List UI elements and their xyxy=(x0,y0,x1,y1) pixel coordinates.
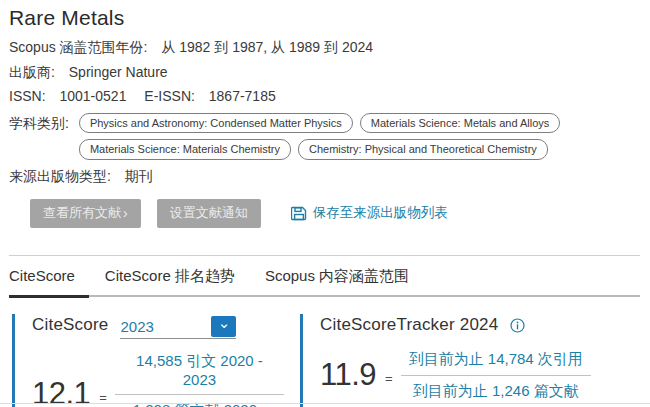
tracker-citation-count: 到目前为止 14,784 次引用 xyxy=(401,350,591,376)
view-all-documents-label: 查看所有文献 xyxy=(43,204,121,222)
document-count: 1,208 篇文献 2020 - 2023 xyxy=(115,395,284,407)
set-document-alert-button[interactable]: 设置文献通知 xyxy=(157,199,261,228)
tracker-value-row: 11.9 = 到目前为止 14,784 次引用 到目前为止 1,246 篇文献 xyxy=(320,350,640,401)
citescore-panel-header: CiteScore 2023 ⌄ xyxy=(32,315,284,339)
subjects-label: 学科类别: xyxy=(9,113,69,133)
citescore-value-row: 12.1 = 14,585 引文 2020 - 2023 1,208 篇文献 2… xyxy=(32,352,284,407)
publisher-label: 出版商: xyxy=(9,64,55,80)
tracker-title: CiteScoreTracker 2024 xyxy=(320,315,498,335)
source-type-label: 来源出版物类型: xyxy=(9,168,111,184)
tracker-value: 11.9 xyxy=(320,357,376,393)
citescore-title: CiteScore xyxy=(32,315,108,335)
publisher-line: 出版商: Springer Nature xyxy=(9,64,640,82)
action-bar: 查看所有文献 › 设置文献通知 保存至来源出版物列表 xyxy=(30,199,640,228)
source-type-line: 来源出版物类型: 期刊 xyxy=(9,168,640,186)
tab-citescore[interactable]: CiteScore xyxy=(9,267,75,295)
save-icon xyxy=(291,205,307,221)
issn-line: ISSN: 1001-0521 E-ISSN: 1867-7185 xyxy=(9,88,640,106)
citescore-year-select[interactable]: 2023 ⌄ xyxy=(120,316,236,339)
coverage-value: 从 1982 到 1987, 从 1989 到 2024 xyxy=(161,39,373,55)
eissn-label: E-ISSN: xyxy=(144,88,195,104)
save-to-source-list-label: 保存至来源出版物列表 xyxy=(313,204,448,222)
tab-scopus-content-coverage[interactable]: Scopus 内容涵盖范围 xyxy=(265,267,409,295)
page-title: Rare Metals xyxy=(9,6,640,30)
view-all-documents-button[interactable]: 查看所有文献 › xyxy=(30,199,141,228)
citation-count: 14,585 引文 2020 - 2023 xyxy=(115,352,284,395)
source-details-page: Rare Metals Scopus 涵盖范围年份: 从 1982 到 1987… xyxy=(0,0,650,407)
citescore-year-value: 2023 xyxy=(120,318,153,338)
subject-pill[interactable]: Chemistry: Physical and Theoretical Chem… xyxy=(298,139,548,160)
subject-pill-list: Physics and Astronomy: Condensed Matter … xyxy=(79,113,640,161)
coverage-label: Scopus 涵盖范围年份: xyxy=(9,39,147,55)
coverage-line: Scopus 涵盖范围年份: 从 1982 到 1987, 从 1989 到 2… xyxy=(9,39,640,57)
chevron-right-icon: › xyxy=(123,206,128,220)
issn-label: ISSN: xyxy=(9,88,46,104)
chevron-down-icon: ⌄ xyxy=(218,318,231,328)
citescore-fraction: 14,585 引文 2020 - 2023 1,208 篇文献 2020 - 2… xyxy=(115,352,284,407)
eissn-value: 1867-7185 xyxy=(209,88,276,104)
tab-bar: CiteScore CiteScore 排名趋势 Scopus 内容涵盖范围 xyxy=(9,256,640,297)
subject-areas: 学科类别: Physics and Astronomy: Condensed M… xyxy=(9,113,640,161)
tracker-panel-header: CiteScoreTracker 2024 xyxy=(320,315,640,337)
tab-citescore-rank-trend[interactable]: CiteScore 排名趋势 xyxy=(105,267,235,295)
citescore-panel: CiteScore 2023 ⌄ 12.1 = 14,585 引文 2020 -… xyxy=(12,314,284,407)
year-dropdown-button[interactable]: ⌄ xyxy=(211,316,236,337)
issn-value: 1001-0521 xyxy=(59,88,126,104)
tracker-fraction: 到目前为止 14,784 次引用 到目前为止 1,246 篇文献 xyxy=(401,350,591,401)
info-icon[interactable] xyxy=(510,318,525,337)
citescore-panels: CiteScore 2023 ⌄ 12.1 = 14,585 引文 2020 -… xyxy=(9,297,640,407)
citescore-tracker-panel: CiteScoreTracker 2024 11.9 = 到目前为止 14,78… xyxy=(300,314,640,407)
source-type-value: 期刊 xyxy=(125,168,153,184)
subject-pill[interactable]: Materials Science: Materials Chemistry xyxy=(79,139,291,160)
set-document-alert-label: 设置文献通知 xyxy=(170,204,248,222)
page-bottom-divider xyxy=(0,403,650,404)
subject-pill[interactable]: Physics and Astronomy: Condensed Matter … xyxy=(79,113,353,134)
save-to-source-list-link[interactable]: 保存至来源出版物列表 xyxy=(291,204,448,222)
subject-pill[interactable]: Materials Science: Metals and Alloys xyxy=(360,113,561,134)
publisher-value: Springer Nature xyxy=(69,64,168,80)
tracker-document-count: 到目前为止 1,246 篇文献 xyxy=(401,376,591,401)
equals-sign: = xyxy=(385,371,393,386)
